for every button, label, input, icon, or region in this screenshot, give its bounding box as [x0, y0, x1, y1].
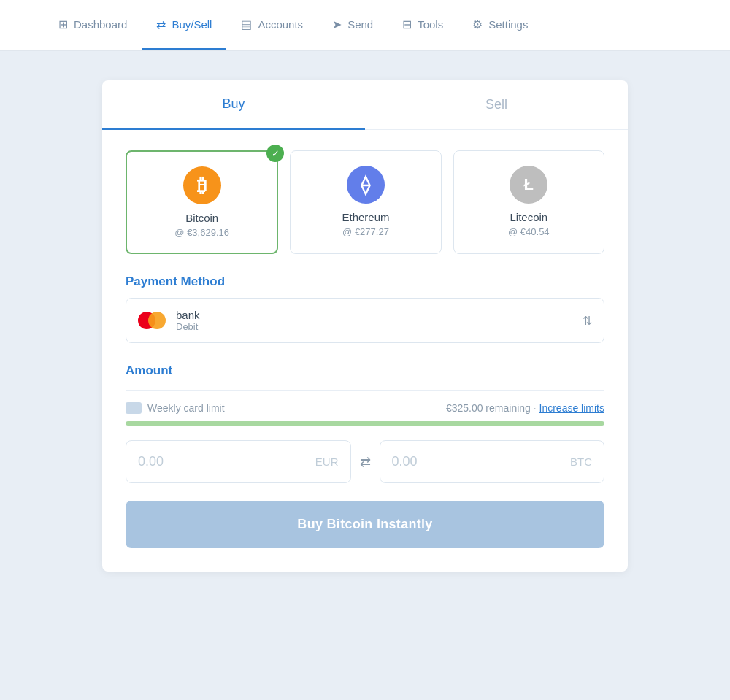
- btc-currency-label: BTC: [570, 455, 592, 468]
- card-icon: [126, 402, 142, 414]
- litecoin-icon: Ł: [510, 166, 548, 204]
- main-content: Buy Sell ✓ ₿ Bitcoin @ €3,629.16 ⟠ Ether…: [0, 51, 730, 601]
- buy-sell-card: Buy Sell ✓ ₿ Bitcoin @ €3,629.16 ⟠ Ether…: [102, 80, 628, 572]
- tab-sell[interactable]: Sell: [365, 80, 628, 129]
- nav-dashboard[interactable]: ⊞ Dashboard: [44, 0, 142, 50]
- increase-limits-link[interactable]: Increase limits: [539, 402, 604, 414]
- btc-amount-field[interactable]: 0.00 BTC: [380, 440, 605, 483]
- ethereum-icon: ⟠: [347, 166, 385, 204]
- litecoin-name: Litecoin: [466, 211, 592, 223]
- buysell-icon: ⇄: [156, 18, 166, 31]
- swap-icon[interactable]: ⇄: [360, 454, 371, 470]
- nav-accounts[interactable]: ▤ Accounts: [226, 0, 318, 50]
- crypto-ethereum[interactable]: ⟠ Ethereum @ €277.27: [290, 150, 441, 254]
- bitcoin-name: Bitcoin: [139, 212, 265, 224]
- top-navigation: ⊞ Dashboard ⇄ Buy/Sell ▤ Accounts ➤ Send…: [0, 0, 730, 51]
- payment-method-selector[interactable]: bank Debit ⇅: [126, 298, 604, 343]
- limit-row: Weekly card limit €325.00 remaining · In…: [126, 402, 604, 414]
- payment-type: Debit: [176, 321, 583, 332]
- dot-separator: ·: [534, 402, 539, 414]
- litecoin-price: @ €40.54: [466, 226, 592, 237]
- nav-buysell-label: Buy/Sell: [172, 18, 212, 31]
- selected-check-icon: ✓: [266, 145, 284, 162]
- ethereum-price: @ €277.27: [302, 226, 429, 237]
- mc-right-circle: [148, 312, 166, 329]
- buy-bitcoin-button[interactable]: Buy Bitcoin Instantly: [126, 501, 604, 548]
- crypto-selector: ✓ ₿ Bitcoin @ €3,629.16 ⟠ Ethereum @ €27…: [102, 130, 628, 254]
- limit-right: €325.00 remaining · Increase limits: [446, 402, 604, 414]
- buy-sell-tabs: Buy Sell: [102, 80, 628, 130]
- bitcoin-icon: ₿: [183, 166, 221, 204]
- payment-name: bank: [176, 309, 583, 321]
- payment-method-label: Payment Method: [102, 254, 628, 298]
- tools-icon: ⊟: [402, 18, 412, 31]
- accounts-icon: ▤: [241, 18, 252, 31]
- limit-left: Weekly card limit: [126, 402, 225, 414]
- amount-section: Weekly card limit €325.00 remaining · In…: [102, 390, 628, 483]
- nav-send[interactable]: ➤ Send: [318, 0, 388, 50]
- nav-tools-label: Tools: [418, 18, 443, 31]
- progress-bar-background: [126, 421, 604, 426]
- nav-send-label: Send: [347, 18, 373, 31]
- eur-currency-label: EUR: [315, 455, 339, 468]
- remaining-amount: €325.00 remaining: [446, 402, 531, 414]
- crypto-bitcoin[interactable]: ✓ ₿ Bitcoin @ €3,629.16: [126, 150, 278, 254]
- bitcoin-price: @ €3,629.16: [139, 227, 265, 238]
- eur-amount-field[interactable]: 0.00 EUR: [126, 440, 351, 483]
- mastercard-icon: [138, 311, 166, 330]
- send-icon: ➤: [332, 18, 342, 31]
- dashboard-icon: ⊞: [58, 18, 68, 31]
- ethereum-name: Ethereum: [302, 211, 429, 223]
- settings-icon: ⚙: [472, 18, 483, 31]
- nav-settings-label: Settings: [488, 18, 528, 31]
- chevron-updown-icon: ⇅: [583, 314, 592, 328]
- amount-inputs: 0.00 EUR ⇄ 0.00 BTC: [126, 440, 604, 483]
- nav-accounts-label: Accounts: [258, 18, 303, 31]
- tab-buy[interactable]: Buy: [102, 80, 365, 130]
- nav-buysell[interactable]: ⇄ Buy/Sell: [142, 0, 226, 50]
- payment-info: bank Debit: [176, 309, 583, 332]
- progress-bar-fill: [126, 421, 604, 426]
- eur-amount-value: 0.00: [138, 454, 164, 469]
- limit-label: Weekly card limit: [147, 402, 225, 414]
- amount-divider: [126, 390, 604, 391]
- amount-label: Amount: [102, 343, 628, 387]
- nav-tools[interactable]: ⊟ Tools: [388, 0, 458, 50]
- crypto-litecoin[interactable]: Ł Litecoin @ €40.54: [453, 150, 604, 254]
- nav-settings[interactable]: ⚙ Settings: [458, 0, 542, 50]
- nav-dashboard-label: Dashboard: [74, 18, 127, 31]
- btc-amount-value: 0.00: [392, 454, 418, 469]
